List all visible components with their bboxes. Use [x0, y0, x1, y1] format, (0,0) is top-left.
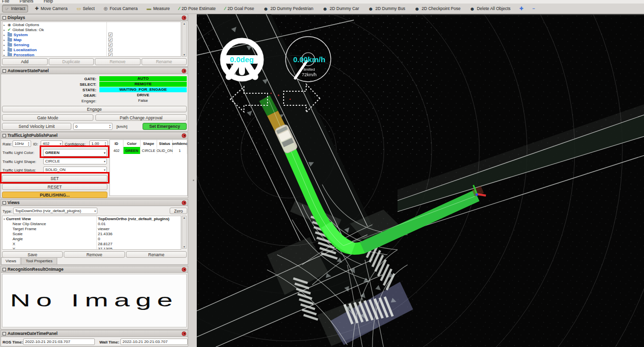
- checkpoint-pose-icon: ☻: [414, 7, 420, 11]
- tool-2d-dummy-bus[interactable]: ☻ 2D Dummy Bus: [365, 5, 408, 12]
- zero-button[interactable]: Zero: [170, 208, 187, 214]
- send-velocity-limit-button[interactable]: Send Velocity Limit: [2, 123, 71, 130]
- rename-button[interactable]: Rename: [142, 58, 187, 65]
- visibility-checkbox[interactable]: ✓: [108, 38, 112, 42]
- tool-measure[interactable]: ▬ Measure: [144, 5, 172, 12]
- gate-mode-button[interactable]: Gate Mode: [2, 114, 93, 121]
- dummy-car-icon: ☻: [322, 7, 328, 11]
- tool-delete-all-objects[interactable]: ☻ Delete All Objects: [467, 5, 513, 12]
- tree-item-perception[interactable]: ▸ Perception ✓: [3, 52, 181, 57]
- visibility-checkbox[interactable]: ✓: [108, 53, 112, 57]
- tree-item-global-status[interactable]: ▸ ✔ Global Status: Ok: [3, 27, 181, 32]
- tool-2d-pose-estimate[interactable]: ∕ 2D Pose Estimate: [176, 5, 218, 12]
- tree-item-sensing[interactable]: ▸ Sensing ✓: [3, 42, 181, 47]
- tool-move-camera[interactable]: ✚ Move Camera: [32, 5, 70, 12]
- prop-row[interactable]: Target Frame viewer: [3, 226, 181, 231]
- tree-item-global-options[interactable]: ▸ ◉ Global Options: [3, 22, 181, 27]
- tool-select[interactable]: ▭ Select: [74, 5, 97, 12]
- expand-arrow-icon[interactable]: ▸: [4, 38, 6, 42]
- velocity-limit-input[interactable]: 0: [73, 123, 112, 130]
- tool-2d-checkpoint-pose[interactable]: ☻ 2D Checkpoint Pose: [412, 5, 463, 12]
- close-icon[interactable]: [182, 331, 186, 336]
- views-title-bar[interactable]: Views: [1, 200, 188, 206]
- visibility-checkbox[interactable]: ✓: [108, 43, 112, 47]
- col-confidence: onfidenc: [173, 140, 187, 147]
- expand-arrow-icon[interactable]: ▸: [4, 33, 6, 37]
- col-color: Color: [123, 140, 141, 147]
- recognition-title-bar[interactable]: RecognitionResultOnImage: [1, 266, 188, 273]
- gate-row: GATE: AUTO: [1, 76, 188, 82]
- duplicate-button[interactable]: Duplicate: [49, 58, 94, 65]
- tool-2d-dummy-car[interactable]: ☻ 2D Dummy Car: [320, 5, 361, 12]
- limit-value-text: 72km/h: [302, 72, 317, 77]
- set-emergency-button[interactable]: Set Emergency: [143, 123, 187, 130]
- panel-dock-icon: [3, 69, 6, 73]
- menu-file[interactable]: File: [2, 0, 10, 4]
- state-label: STATE:: [82, 88, 96, 92]
- tool-interact[interactable]: ☞ Interact: [2, 5, 28, 13]
- visibility-checkbox[interactable]: ✓: [108, 33, 112, 37]
- remove-tool-button[interactable]: −: [530, 6, 538, 12]
- state-title-bar[interactable]: AutowareStatePanel: [1, 68, 188, 74]
- expand-arrow-icon[interactable]: ▸: [4, 28, 6, 32]
- remove-button[interactable]: Remove: [64, 251, 124, 258]
- publishing-button[interactable]: PUBLISHING...: [2, 192, 107, 198]
- expand-arrow-icon[interactable]: ▸: [4, 43, 6, 47]
- tree-item-system[interactable]: ▸ System ✓: [3, 32, 181, 37]
- tree-item-map[interactable]: ▸ Map ✓: [3, 37, 181, 42]
- tool-focus-camera[interactable]: ◎ Focus Camera: [101, 5, 141, 12]
- remove-button[interactable]: Remove: [95, 58, 141, 65]
- close-icon[interactable]: [182, 267, 186, 272]
- tab-tool-properties[interactable]: Tool Properties: [21, 257, 57, 264]
- ros-time-field[interactable]: 2022-10-21 20:21:03.707: [23, 338, 95, 345]
- close-icon[interactable]: [182, 133, 186, 138]
- gate-value: AUTO: [99, 76, 187, 81]
- close-icon[interactable]: [182, 201, 186, 205]
- select-value: REMOTE: [99, 82, 187, 87]
- close-icon[interactable]: [182, 16, 186, 20]
- engage-button[interactable]: Engage: [2, 106, 187, 112]
- gear-value: DRIVE: [99, 93, 187, 98]
- menu-panels[interactable]: Panels: [20, 0, 34, 4]
- add-button[interactable]: Add: [2, 58, 48, 65]
- prop-row[interactable]: Scale 21.4336: [3, 231, 181, 236]
- datetime-title-bar[interactable]: AutowareDateTimePanel: [1, 330, 188, 337]
- tool-2d-goal-pose[interactable]: ∕ 2D Goal Pose: [222, 5, 256, 12]
- wall-time-field[interactable]: 2022-10-21 20:21:03.707: [120, 338, 188, 345]
- traffic-table-row[interactable]: 402 GREEN CIRCLE OLID_ON 1: [110, 147, 187, 154]
- tool-label: 2D Dummy Bus: [375, 6, 406, 11]
- steering-angle-text: 0.0deg: [230, 55, 254, 64]
- add-tool-button[interactable]: ✚: [517, 6, 526, 12]
- 3d-viewport[interactable]: 0.0deg 0.00km/h limited 72km/h: [197, 14, 644, 347]
- expand-arrow-icon[interactable]: ▸: [4, 23, 6, 27]
- speed-text: 0.00km/h: [293, 55, 325, 64]
- views-scrollbar[interactable]: ▲▼: [182, 216, 187, 249]
- folder-icon: [8, 33, 12, 37]
- prop-row[interactable]: Angle 0: [3, 236, 181, 241]
- current-view-row[interactable]: ▾ Current View TopDownOrtho (rviz_defaul…: [3, 216, 181, 221]
- prop-row[interactable]: X 28.8127: [3, 241, 181, 246]
- tab-views[interactable]: Views: [1, 257, 21, 264]
- displays-title-bar[interactable]: Displays: [1, 15, 188, 21]
- traffic-shape-combo[interactable]: CIRCLE: [43, 158, 107, 164]
- traffic-title-bar[interactable]: TrafficLightPublishPanel: [1, 132, 188, 139]
- views-panel: Views Type: TopDownOrtho (rviz_default_p…: [1, 199, 188, 265]
- tool-2d-dummy-pedestrian[interactable]: ☻ 2D Dummy Pedestrian: [261, 5, 316, 12]
- rename-button[interactable]: Rename: [126, 251, 187, 258]
- prop-row[interactable]: Y 37.1305: [3, 246, 181, 250]
- dock-splitter[interactable]: [188, 14, 197, 347]
- expand-arrow-icon[interactable]: ▸: [4, 48, 6, 52]
- view-type-combo[interactable]: TopDownOrtho (rviz_default_plugins): [13, 208, 97, 214]
- path-change-approval-button[interactable]: Path Change Approval: [95, 114, 187, 121]
- tree-item-label: Global Status: Ok: [13, 28, 44, 32]
- reset-button[interactable]: RESET: [2, 184, 107, 190]
- displays-scrollbar[interactable]: ▲▼: [182, 22, 187, 57]
- menu-help[interactable]: Help: [44, 0, 53, 4]
- visibility-checkbox[interactable]: ✓: [108, 48, 112, 52]
- expand-arrow-icon[interactable]: ▸: [4, 53, 6, 57]
- tree-item-localization[interactable]: ▸ Localization ✓: [3, 47, 181, 52]
- prop-row[interactable]: Near Clip Distance 0.01: [3, 221, 181, 226]
- close-icon[interactable]: [182, 69, 186, 73]
- rate-label: Rate:: [3, 142, 12, 146]
- rate-input[interactable]: 10Hz: [13, 140, 31, 147]
